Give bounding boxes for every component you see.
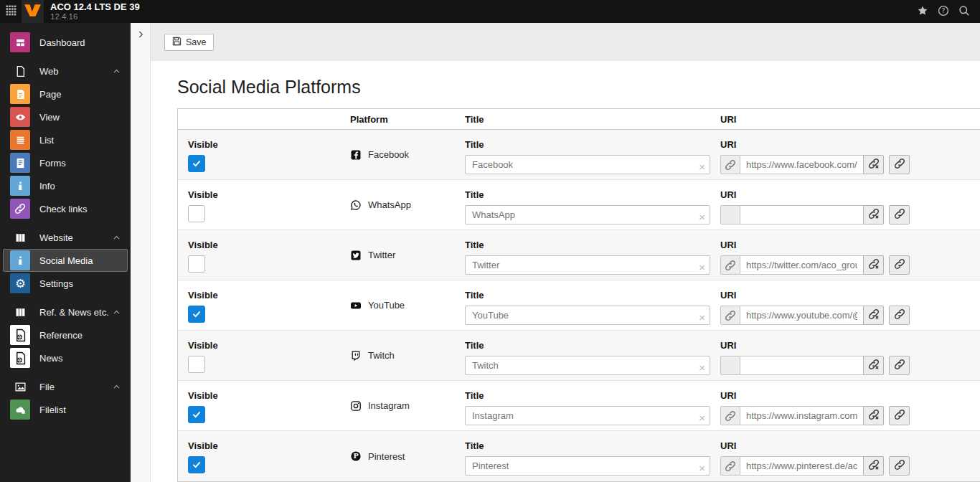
image-icon: [10, 377, 30, 397]
unlink-button[interactable]: [863, 155, 884, 174]
title-cell: Title ×: [455, 130, 710, 179]
facebook-icon: [350, 149, 362, 161]
uri-label: URI: [720, 390, 980, 401]
visible-label: Visible: [188, 240, 340, 250]
uri-cell: URI: [710, 180, 980, 230]
search-button[interactable]: [953, 0, 974, 23]
typo3-logo: [22, 0, 44, 23]
visible-checkbox[interactable]: [188, 155, 205, 172]
link-browser-button[interactable]: [889, 406, 910, 425]
uri-cell: URI: [710, 381, 980, 430]
modules-grid-button[interactable]: [0, 0, 22, 23]
sidebar-item-check-links[interactable]: Check links: [3, 197, 128, 220]
topbar-actions: ?: [912, 0, 980, 23]
social-media-table: Platform Title URI Visible Facebook Titl…: [177, 108, 980, 482]
visible-checkbox[interactable]: [188, 406, 205, 423]
sidebar-item-forms[interactable]: Forms: [3, 151, 128, 174]
platform-cell: Twitter: [340, 230, 455, 280]
title-input[interactable]: [465, 356, 710, 375]
visible-checkbox[interactable]: [188, 255, 205, 273]
sidebar-item-dashboard[interactable]: Dashboard: [3, 31, 128, 54]
bookmark-button[interactable]: [912, 0, 933, 23]
title-input[interactable]: [465, 155, 710, 174]
sidebar-item-view[interactable]: View: [3, 105, 128, 128]
link-browser-button[interactable]: [889, 456, 910, 476]
unlink-button[interactable]: [863, 205, 884, 225]
columns-icon: [10, 227, 30, 247]
sidebar-item-page[interactable]: Page: [3, 82, 128, 105]
nav-expand-button[interactable]: [131, 24, 150, 46]
clear-input-icon[interactable]: ×: [699, 311, 705, 324]
help-button[interactable]: ?: [933, 0, 953, 23]
platform-name: Pinterest: [368, 451, 405, 462]
visible-checkbox[interactable]: [188, 205, 205, 222]
typo3-logo-icon: [24, 4, 42, 20]
topbar: ACO 12.4 LTS DE 39 12.4.16 ?: [0, 0, 980, 23]
title-label: Title: [465, 390, 710, 401]
link-browser-button[interactable]: [889, 155, 910, 174]
sidebar-item-reference[interactable]: Reference: [3, 323, 128, 346]
visible-cell: Visible: [178, 431, 340, 481]
sidebar-item-social-media[interactable]: Social Media: [3, 249, 128, 272]
sidebar-section-file[interactable]: File: [3, 375, 128, 398]
unlink-button[interactable]: [863, 406, 884, 425]
unlink-button[interactable]: [863, 456, 884, 476]
sidebar-item-settings[interactable]: ⚙ Settings: [3, 272, 128, 295]
clear-input-icon[interactable]: ×: [699, 362, 705, 374]
unlink-icon: [868, 359, 880, 372]
save-button-label: Save: [186, 37, 207, 47]
clear-input-icon[interactable]: ×: [699, 161, 705, 174]
clear-input-icon[interactable]: ×: [699, 462, 705, 475]
save-button[interactable]: Save: [164, 34, 214, 51]
uri-cell: URI: [710, 431, 980, 481]
clear-input-icon[interactable]: ×: [699, 412, 705, 425]
sidebar-section-ref-news-etc[interactable]: Ref. & News etc.: [3, 301, 128, 323]
svg-text:P: P: [354, 452, 359, 460]
visible-checkbox[interactable]: [188, 356, 205, 373]
sidebar-item-list[interactable]: List: [3, 128, 128, 151]
visible-label: Visible: [188, 440, 340, 451]
uri-cell: URI: [710, 230, 980, 280]
platform-name: Twitter: [368, 250, 395, 260]
uri-input[interactable]: [740, 356, 864, 375]
clear-input-icon[interactable]: ×: [699, 211, 705, 224]
title-input[interactable]: [465, 205, 710, 225]
sidebar-section-website[interactable]: Website: [3, 226, 128, 249]
uri-input[interactable]: [740, 306, 864, 325]
unlink-button[interactable]: [863, 255, 884, 275]
sidebar-section-web[interactable]: Web: [3, 60, 128, 82]
visible-checkbox[interactable]: [188, 456, 205, 473]
uri-input[interactable]: [740, 255, 864, 275]
sidebar-item-filelist[interactable]: Filelist: [3, 398, 128, 421]
link-browser-button[interactable]: [889, 255, 910, 275]
link-icon: [894, 258, 905, 272]
unlink-button[interactable]: [863, 306, 884, 325]
uri-input[interactable]: [740, 406, 864, 425]
link-browser-button[interactable]: [889, 306, 910, 325]
title-input[interactable]: [465, 456, 710, 476]
title-input[interactable]: [465, 406, 710, 425]
visible-checkbox[interactable]: [188, 306, 205, 323]
unlink-button[interactable]: [863, 356, 884, 375]
uri-input[interactable]: [740, 205, 864, 225]
table-row: Visible Twitter Title × URI: [178, 230, 980, 280]
header-uri: URI: [710, 114, 980, 125]
title-cell: Title ×: [455, 230, 710, 280]
visible-label: Visible: [188, 340, 340, 351]
link-icon: [894, 308, 905, 322]
link-browser-button[interactable]: [889, 205, 910, 225]
save-floppy-icon: [171, 36, 182, 49]
sidebar-item-info[interactable]: Info: [3, 174, 128, 197]
header-title: Title: [455, 114, 710, 125]
link-icon: [894, 409, 905, 422]
uri-input[interactable]: [740, 155, 864, 174]
platform-cell: YouTube: [340, 280, 455, 330]
list-icon: [10, 130, 30, 150]
uri-label: URI: [720, 139, 980, 150]
uri-input[interactable]: [740, 456, 864, 476]
title-input[interactable]: [465, 255, 710, 275]
clear-input-icon[interactable]: ×: [699, 261, 705, 274]
sidebar-item-news[interactable]: News: [3, 346, 128, 369]
title-input[interactable]: [465, 306, 710, 325]
link-browser-button[interactable]: [889, 356, 910, 375]
